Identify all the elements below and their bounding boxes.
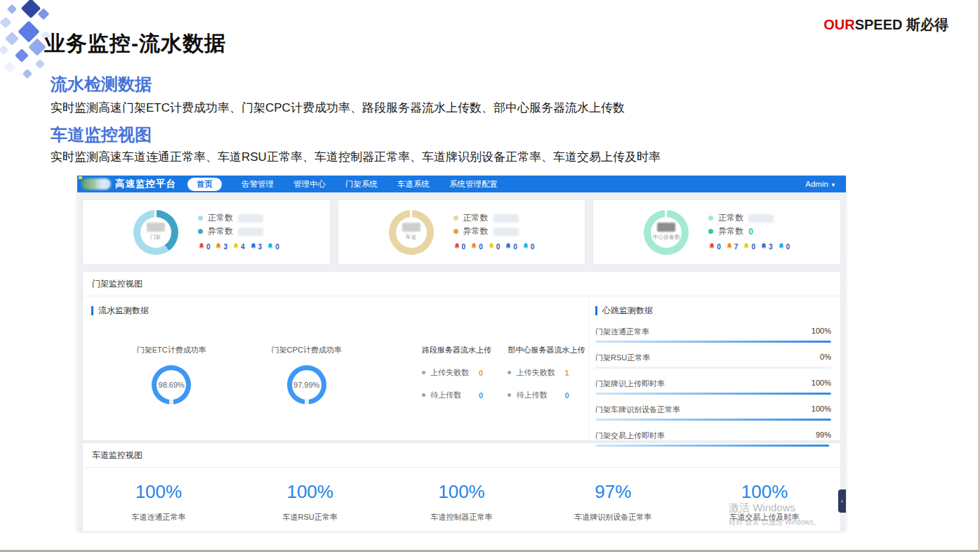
heartbeat-monitor-section: 心跳监测数据 门架连通正常率100% 门架RSU正常率0% 门架牌识上传即时率1… — [588, 296, 840, 440]
upload-stats-road: 路段服务器流水上传 上传失败数 0 待上传数 0 — [422, 345, 503, 405]
legend-dot — [198, 229, 203, 234]
alert-bell-icon: 3 — [760, 240, 773, 253]
metric-value: 97% — [537, 481, 689, 503]
censored-value — [494, 228, 519, 236]
nav-item-alarm[interactable]: 告警管理 — [241, 179, 274, 190]
diamond-shape — [21, 0, 41, 18]
subsection-title-flow: 流水监测数据 — [91, 305, 588, 317]
stat-card-gantry: 门架 正常数 异常数 — [83, 200, 330, 264]
gauge-label: 门架CPC计费成功率 — [239, 345, 373, 355]
alert-bell-icon: 0 — [505, 240, 517, 253]
progress-bar — [595, 419, 831, 421]
stat-card-center-devices: 中心设备数 正常数 异常数 0 — [593, 200, 840, 264]
nav-item-home[interactable]: 首页 — [187, 178, 222, 191]
app-title: 高速监控平台 — [115, 178, 176, 190]
bullet-dot — [422, 371, 425, 374]
accent-bar — [91, 306, 93, 315]
alert-bell-icon: 0 — [198, 240, 211, 253]
donut-chart-gantry: 门架 — [133, 210, 178, 255]
section-desc-lane: 实时监测高速车道连通正常率、车道RSU正常率、车道控制器正常率、车道牌识别设备正… — [51, 149, 661, 165]
metric-value: 100% — [83, 481, 234, 503]
page-title: 业务监控-流水数据 — [44, 29, 226, 58]
alert-bells-row: 0 7 0 3 0 — [708, 240, 790, 253]
card-legend: 正常数 异常数 0 0 0 0 0 — [453, 211, 535, 253]
legend-dot — [453, 229, 458, 234]
diamond-shape — [4, 62, 16, 74]
censored-value — [147, 223, 165, 232]
legend-label: 正常数 — [463, 212, 489, 224]
diamond-shape — [5, 32, 19, 46]
alert-bell-icon: 0 — [708, 240, 721, 253]
diamond-shape — [0, 17, 11, 29]
metric-value: 100% — [689, 481, 840, 503]
alert-bell-icon: 7 — [726, 240, 739, 253]
nav-item-admin-center[interactable]: 管理中心 — [293, 179, 326, 190]
gauge-cpc: 门架CPC计费成功率 97.99% — [239, 345, 373, 405]
alert-bell-icon: 0 — [522, 240, 535, 253]
lane-monitor-panel: 车道监控视图 100% 车道连通正常率 100% 车道RSU正常率 100% 车… — [83, 443, 840, 531]
card-legend: 正常数 异常数 0 3 4 3 0 — [198, 211, 279, 253]
section-heading-lane: 车道监控视图 — [51, 124, 152, 146]
dashboard-screenshot: 高速监控平台 首页 告警管理 管理中心 门架系统 车道系统 系统管理配置 Adm… — [77, 176, 846, 532]
lane-metric: 100% 车道连通正常率 — [83, 468, 234, 523]
gauge-value: 97.99% — [293, 381, 319, 389]
diamond-shape — [22, 69, 32, 79]
alert-bell-icon: 3 — [250, 240, 263, 253]
heartbeat-row: 门架车牌识别设备正常率100% — [595, 405, 831, 421]
censored-value — [402, 223, 421, 232]
dashboard-body: 门架 正常数 异常数 — [77, 192, 846, 531]
slide: 业务监控-流水数据 OURSPEED 斯必得 流水检测数据 实时监测高速门架ET… — [0, 0, 980, 552]
metric-value: 100% — [234, 481, 386, 503]
upload-item: 待上传数 0 — [422, 390, 503, 400]
nav-item-lane[interactable]: 车道系统 — [397, 179, 430, 190]
bullet-dot — [508, 371, 511, 374]
censored-value — [238, 214, 263, 223]
gauge-value: 98.69% — [159, 381, 185, 389]
upload-item: 待上传数 0 — [508, 390, 588, 400]
metric-label: 车道牌识别设备正常率 — [537, 512, 689, 523]
legend-label: 异常数 — [718, 225, 743, 237]
upload-title: 部中心服务器流水上传 — [508, 345, 588, 355]
stat-card-lane: 车道 正常数 异常数 — [338, 200, 585, 264]
legend-row-normal: 正常数 — [198, 211, 279, 225]
lane-metric: 100% 车道RSU正常率 — [234, 468, 386, 523]
donut-center-label: 门架 — [150, 233, 161, 241]
brand-part-speed: SPEED — [855, 17, 903, 32]
card-legend: 正常数 异常数 0 0 7 0 3 0 — [708, 211, 790, 253]
metric-label: 车道连通正常率 — [83, 512, 234, 523]
alert-bell-icon: 0 — [453, 240, 466, 253]
progress-bar — [595, 341, 831, 343]
censored-value — [748, 214, 774, 223]
metric-label: 车道交易上传及时率 — [689, 512, 840, 523]
accent-bar — [595, 306, 597, 315]
legend-dot — [198, 216, 203, 221]
censored-value — [238, 228, 263, 236]
metric-label: 车道控制器正常率 — [386, 512, 538, 523]
section-heading-flow: 流水检测数据 — [51, 73, 152, 96]
brand-part-cn: 斯必得 — [902, 17, 948, 32]
upload-stats-ministry: 部中心服务器流水上传 上传失败数 1 待上传数 0 — [508, 345, 588, 405]
bullet-dot — [422, 393, 425, 397]
metric-label: 车道RSU正常率 — [234, 512, 386, 523]
nav-item-gantry[interactable]: 门架系统 — [345, 179, 378, 190]
diamond-shape — [35, 59, 45, 69]
alert-bell-icon: 0 — [470, 240, 483, 253]
legend-row-abnormal: 异常数 — [198, 225, 279, 238]
legend-value: 0 — [748, 227, 753, 237]
progress-bar — [595, 393, 831, 395]
nav-item-sys-config[interactable]: 系统管理配置 — [449, 179, 498, 190]
collapse-panel-button[interactable]: ‹ — [838, 489, 846, 513]
app-logo — [81, 178, 111, 190]
section-desc-flow: 实时监测高速门架ETC计费成功率、门架CPC计费成功率、路段服务器流水上传数、部… — [51, 100, 625, 116]
progress-bar — [595, 445, 831, 447]
user-menu[interactable]: Admin ▼ — [805, 180, 836, 188]
diamond-shape — [0, 45, 8, 55]
legend-row-normal: 正常数 — [708, 211, 790, 225]
chevron-down-icon: ▼ — [830, 182, 836, 188]
lane-metric: 97% 车道牌识别设备正常率 — [537, 468, 689, 523]
censored-value — [494, 214, 519, 223]
heartbeat-row: 门架RSU正常率0% — [595, 353, 831, 369]
diamond-shape — [28, 38, 46, 55]
legend-label: 异常数 — [463, 225, 489, 237]
legend-label: 正常数 — [718, 212, 743, 224]
